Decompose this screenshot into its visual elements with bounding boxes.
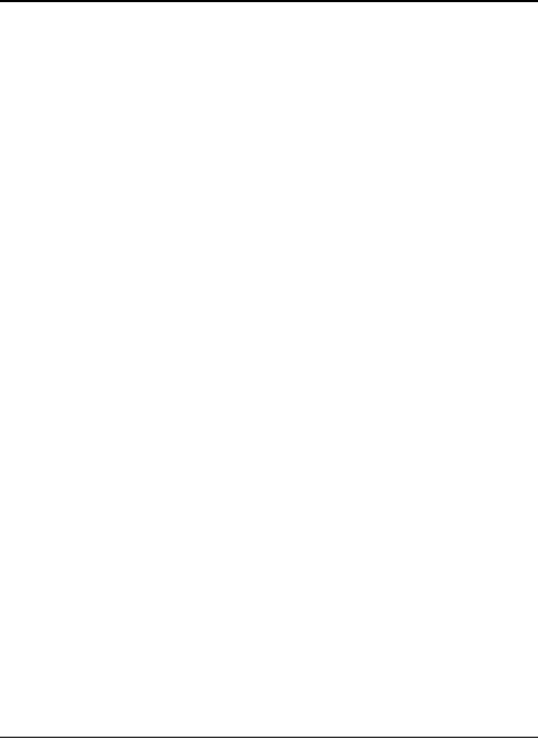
top-rule — [0, 0, 538, 2]
